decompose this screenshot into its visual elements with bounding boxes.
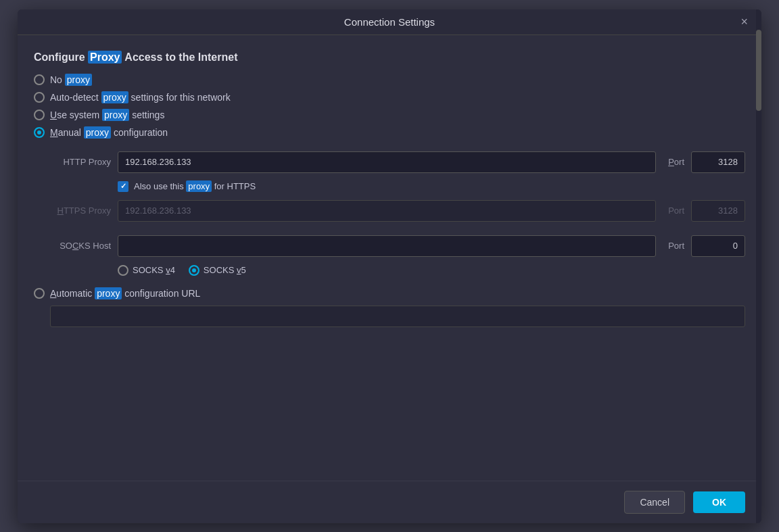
- socks-port-label: Port: [663, 241, 684, 251]
- also-use-https-row: ✓ Also use this proxy for HTTPS: [118, 181, 745, 192]
- socks-v5-radio[interactable]: [189, 265, 199, 276]
- system-proxy-option[interactable]: Use system proxy settings: [34, 110, 745, 120]
- dialog-body: Configure Proxy Access to the Internet N…: [18, 35, 761, 481]
- proxy-highlight: proxy: [102, 109, 129, 121]
- section-heading: Configure Proxy Access to the Internet: [34, 51, 745, 64]
- https-proxy-label: HTTPS Proxy: [50, 205, 111, 216]
- auto-proxy-url-row: [50, 306, 745, 327]
- dialog-footer: Cancel OK: [18, 481, 761, 523]
- connection-settings-dialog: Connection Settings × Configure Proxy Ac…: [18, 9, 761, 523]
- manual-proxy-option[interactable]: Manual proxy configuration: [34, 127, 745, 138]
- http-proxy-input[interactable]: [118, 151, 656, 173]
- system-proxy-radio[interactable]: [34, 110, 45, 120]
- http-port-label: Port: [663, 157, 684, 167]
- socks-version-row: SOCKS v4 SOCKS v5: [118, 265, 745, 276]
- manual-proxy-radio[interactable]: [34, 127, 45, 138]
- proxy-highlight: proxy: [95, 287, 122, 299]
- proxy-highlight: proxy: [186, 180, 212, 192]
- socks-port-input[interactable]: [691, 235, 745, 257]
- proxy-highlight: Proxy: [88, 51, 122, 64]
- http-proxy-row: HTTP Proxy Port: [50, 151, 745, 173]
- https-port-input[interactable]: [691, 200, 745, 222]
- ok-button[interactable]: OK: [693, 491, 745, 513]
- close-button[interactable]: ×: [736, 14, 752, 29]
- manual-proxy-section: HTTP Proxy Port ✓ Also use this proxy fo…: [50, 151, 745, 276]
- dialog-title: Connection Settings: [344, 16, 435, 28]
- auto-proxy-url-input[interactable]: [50, 306, 745, 327]
- auto-detect-radio[interactable]: [34, 92, 45, 103]
- socks-v4-radio[interactable]: [118, 265, 128, 276]
- scrollbar-thumb[interactable]: [756, 30, 761, 111]
- auto-detect-option[interactable]: Auto-detect proxy settings for this netw…: [34, 92, 745, 103]
- proxy-highlight: proxy: [65, 74, 92, 86]
- socks-v5-option[interactable]: SOCKS v5: [189, 265, 246, 276]
- https-proxy-row: HTTPS Proxy Port: [50, 200, 745, 222]
- socks-host-label: SOCKS Host: [50, 241, 111, 251]
- https-proxy-input[interactable]: [118, 200, 656, 222]
- socks-host-input[interactable]: [118, 235, 656, 257]
- also-use-https-checkbox[interactable]: ✓: [118, 181, 128, 192]
- socks-host-row: SOCKS Host Port: [50, 235, 745, 257]
- auto-proxy-option: Automatic proxy configuration URL: [34, 288, 745, 299]
- no-proxy-radio[interactable]: [34, 74, 45, 85]
- auto-proxy-radio[interactable]: [34, 288, 45, 299]
- proxy-highlight: proxy: [101, 91, 128, 103]
- cancel-button[interactable]: Cancel: [624, 491, 685, 514]
- scrollbar-track: [756, 9, 761, 523]
- proxy-options: No proxy Auto-detect proxy settings for …: [34, 74, 745, 138]
- http-proxy-label: HTTP Proxy: [50, 157, 111, 167]
- no-proxy-option[interactable]: No proxy: [34, 74, 745, 85]
- http-port-input[interactable]: [691, 151, 745, 173]
- https-port-label: Port: [663, 205, 684, 216]
- proxy-highlight: proxy: [84, 126, 111, 139]
- socks-v4-option[interactable]: SOCKS v4: [118, 265, 175, 276]
- titlebar: Connection Settings ×: [18, 9, 761, 35]
